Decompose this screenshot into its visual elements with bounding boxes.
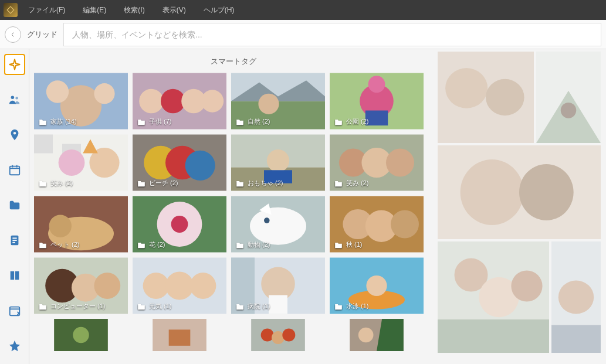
- smart-tag-tile[interactable]: 笑み (2): [34, 134, 128, 191]
- tag-icon: [236, 241, 244, 249]
- smart-tag-tile[interactable]: 秋 (1): [330, 196, 424, 253]
- tag-icon: [334, 241, 343, 249]
- smart-tag-tile[interactable]: 笑み (2): [330, 134, 424, 191]
- tag-caption: ビーチ (2): [137, 179, 178, 188]
- menu-edit[interactable]: 編集(E): [76, 3, 113, 18]
- nav-calendar-icon[interactable]: [4, 159, 25, 181]
- svg-point-12: [561, 103, 576, 118]
- smart-tag-tile[interactable]: ペット (2): [34, 196, 128, 253]
- tag-label: 秋 (1): [346, 240, 363, 249]
- nav-people-icon[interactable]: [4, 89, 25, 110]
- panel-title: スマートタグ: [34, 49, 433, 73]
- svg-point-9: [445, 68, 487, 108]
- tag-caption: コンピューター (1): [39, 302, 106, 311]
- svg-point-19: [511, 270, 542, 301]
- svg-rect-4: [12, 237, 16, 239]
- svg-rect-22: [551, 325, 601, 353]
- nav-document-icon[interactable]: [4, 230, 25, 251]
- preview-thumb[interactable]: [551, 241, 601, 353]
- tag-caption: 子供 (7): [137, 117, 172, 126]
- menubar: ファイル(F) 編集(E) 検索(I) 表示(V) ヘルプ(H): [0, 0, 606, 20]
- tag-caption: 花 (2): [137, 240, 165, 249]
- smart-tag-tile[interactable]: 子供 (7): [133, 73, 226, 130]
- smart-tag-tile[interactable]: 動物 (2): [231, 196, 325, 253]
- tag-caption: 笑み (2): [39, 179, 73, 188]
- tag-icon: [137, 303, 145, 310]
- tag-caption: 公園 (2): [334, 117, 369, 126]
- menu-help[interactable]: ヘルプ(H): [197, 3, 242, 18]
- tag-icon: [236, 303, 244, 310]
- svg-rect-20: [438, 319, 549, 353]
- app-icon[interactable]: [4, 3, 18, 17]
- smart-tag-tile[interactable]: 家族 (14): [34, 73, 128, 130]
- tag-label: 病院 (1): [248, 302, 270, 311]
- tag-icon: [334, 118, 343, 125]
- tag-label: 動物 (2): [248, 240, 270, 249]
- tag-icon: [39, 303, 47, 310]
- search-input[interactable]: [63, 23, 601, 46]
- svg-point-15: [519, 164, 574, 220]
- smart-tag-tile[interactable]: [34, 319, 128, 351]
- smart-tag-tile[interactable]: 公園 (2): [330, 73, 424, 130]
- preview-area: [438, 49, 606, 364]
- smart-tag-tile[interactable]: コンピューター (1): [34, 257, 128, 314]
- svg-point-0: [11, 96, 13, 100]
- svg-rect-2: [9, 166, 19, 175]
- menu-search[interactable]: 検索(I): [117, 3, 151, 18]
- tag-caption: 元気 (1): [137, 302, 172, 311]
- smart-tag-tile[interactable]: 花 (2): [133, 196, 226, 253]
- smart-tag-tile[interactable]: [133, 319, 226, 351]
- svg-rect-5: [12, 240, 16, 241]
- search-row: グリッド: [0, 20, 606, 49]
- nav-smart-tags-icon[interactable]: [4, 54, 25, 75]
- tag-label: コンピューター (1): [50, 302, 106, 311]
- tag-label: 元気 (1): [149, 302, 172, 311]
- tag-label: 子供 (7): [149, 117, 172, 126]
- menu-view[interactable]: 表示(V): [155, 3, 193, 18]
- smart-tag-tile[interactable]: 元気 (1): [133, 257, 226, 314]
- smart-tag-tile[interactable]: [231, 319, 325, 351]
- tag-icon: [236, 180, 244, 187]
- smart-tag-tile[interactable]: 病院 (1): [231, 257, 325, 314]
- tag-icon: [334, 303, 343, 310]
- preview-thumb[interactable]: [438, 145, 601, 239]
- nav-book-icon[interactable]: [4, 265, 25, 286]
- view-mode-label: グリッド: [27, 29, 57, 40]
- back-button[interactable]: [5, 26, 21, 43]
- menu-file[interactable]: ファイル(F): [21, 3, 72, 18]
- tag-caption: 病院 (1): [236, 302, 270, 311]
- preview-thumb[interactable]: [438, 241, 549, 353]
- tag-label: 自然 (2): [248, 117, 270, 126]
- tag-label: 水泳 (1): [346, 302, 369, 311]
- smart-tag-tile[interactable]: 自然 (2): [231, 73, 325, 130]
- tag-icon: [137, 241, 145, 249]
- tag-icon: [137, 118, 145, 125]
- svg-point-10: [486, 79, 524, 115]
- svg-rect-6: [12, 242, 15, 243]
- smart-tag-tile[interactable]: 水泳 (1): [330, 257, 424, 314]
- tag-label: 笑み (2): [346, 179, 369, 188]
- preview-thumb[interactable]: [438, 52, 534, 143]
- tag-icon: [236, 118, 244, 125]
- left-nav: [0, 49, 29, 364]
- svg-point-14: [461, 159, 524, 225]
- svg-point-23: [558, 281, 594, 314]
- nav-import-icon[interactable]: [4, 300, 25, 321]
- tag-caption: 家族 (14): [39, 117, 77, 126]
- nav-star-icon[interactable]: [4, 335, 25, 356]
- smart-tag-tile[interactable]: おもちゃ (2): [231, 134, 325, 191]
- tag-caption: 動物 (2): [236, 240, 270, 249]
- svg-point-1: [15, 97, 18, 100]
- tag-icon: [334, 180, 343, 187]
- nav-folder-icon[interactable]: [4, 195, 25, 216]
- tag-label: 公園 (2): [346, 117, 369, 126]
- tag-label: 花 (2): [149, 240, 165, 249]
- preview-thumb[interactable]: [536, 52, 601, 143]
- tag-caption: 水泳 (1): [334, 302, 369, 311]
- tag-caption: 笑み (2): [334, 179, 369, 188]
- tag-icon: [137, 180, 145, 187]
- nav-places-icon[interactable]: [4, 124, 25, 145]
- tag-icon: [39, 118, 47, 125]
- smart-tag-tile[interactable]: ビーチ (2): [133, 134, 226, 191]
- smart-tag-tile[interactable]: [330, 319, 424, 351]
